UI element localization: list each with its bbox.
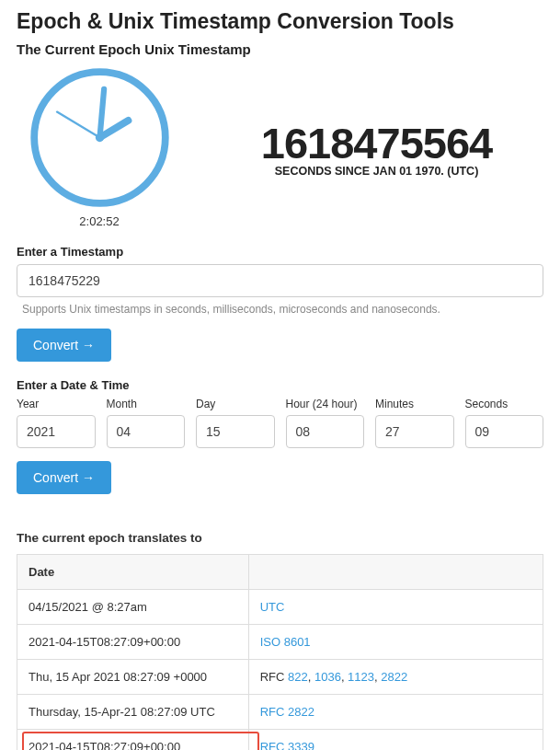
month-label: Month <box>107 398 186 410</box>
table-cell-date: Thursday, 15-Apr-21 08:27:09 UTC <box>17 695 249 730</box>
datetime-label: Enter a Date & Time <box>17 378 543 392</box>
format-link[interactable]: RFC 2822 <box>260 705 314 719</box>
table-row: Thu, 15 Apr 2021 08:27:09 +0000RFC 822, … <box>17 660 543 695</box>
table-cell-format: RFC 3339 <box>248 730 543 751</box>
format-link[interactable]: RFC 3339 <box>260 740 314 750</box>
table-cell-date: Thu, 15 Apr 2021 08:27:09 +0000 <box>17 660 249 695</box>
year-label: Year <box>17 398 96 410</box>
day-input[interactable] <box>196 415 275 448</box>
svg-line-2 <box>99 89 104 138</box>
table-row: 2021-04-15T08:27:09+00:00ISO 8601 <box>17 625 543 660</box>
format-link[interactable]: 822 <box>288 670 308 684</box>
timestamp-hint: Supports Unix timestamps in seconds, mil… <box>22 303 543 316</box>
table-cell-date: 04/15/2021 @ 8:27am <box>17 590 249 625</box>
seconds-label: Seconds <box>465 398 544 410</box>
table-cell-date: 2021-04-15T08:27:09+00:00 <box>17 730 249 751</box>
translate-table: Date 04/15/2021 @ 8:27amUTC2021-04-15T08… <box>17 554 543 750</box>
page-subtitle: The Current Epoch Unix Timestamp <box>17 41 543 57</box>
current-timestamp-caption: SECONDS SINCE JAN 01 1970. (UTC) <box>210 165 543 178</box>
table-cell-format: UTC <box>248 590 543 625</box>
format-link[interactable]: 2822 <box>381 670 407 684</box>
seconds-input[interactable] <box>465 415 544 448</box>
minutes-label: Minutes <box>375 398 454 410</box>
hour-input[interactable] <box>286 415 365 448</box>
svg-line-1 <box>99 121 128 138</box>
timestamp-input[interactable] <box>17 264 543 297</box>
clock-time-text: 2:02:52 <box>17 214 182 228</box>
year-input[interactable] <box>17 415 96 448</box>
table-header-date: Date <box>17 555 249 590</box>
table-row: 04/15/2021 @ 8:27amUTC <box>17 590 543 625</box>
timestamp-label: Enter a Timestamp <box>17 245 543 259</box>
table-cell-format: ISO 8601 <box>248 625 543 660</box>
translate-title: The current epoch translates to <box>17 531 543 545</box>
svg-point-4 <box>95 133 103 142</box>
day-label: Day <box>196 398 275 410</box>
table-row: 2021-04-15T08:27:09+00:00RFC 3339 <box>17 730 543 751</box>
clock-icon <box>29 66 171 209</box>
minutes-input[interactable] <box>375 415 454 448</box>
current-timestamp: 1618475564 <box>210 118 543 168</box>
convert-datetime-button[interactable]: Convert → <box>17 461 111 494</box>
page-title: Epoch & Unix Timestamp Conversion Tools <box>17 9 543 34</box>
table-row: Thursday, 15-Apr-21 08:27:09 UTCRFC 2822 <box>17 695 543 730</box>
table-header-format <box>248 555 543 590</box>
format-link[interactable]: 1123 <box>348 670 374 684</box>
format-link[interactable]: ISO 8601 <box>260 635 311 649</box>
format-link[interactable]: UTC <box>260 600 285 614</box>
table-cell-format: RFC 822, 1036, 1123, 2822 <box>248 660 543 695</box>
hour-label: Hour (24 hour) <box>286 398 365 410</box>
month-input[interactable] <box>107 415 186 448</box>
format-link[interactable]: 1036 <box>314 670 341 684</box>
svg-line-3 <box>57 112 100 138</box>
convert-timestamp-button[interactable]: Convert → <box>17 329 111 362</box>
table-cell-date: 2021-04-15T08:27:09+00:00 <box>17 625 249 660</box>
table-cell-format: RFC 2822 <box>248 695 543 730</box>
